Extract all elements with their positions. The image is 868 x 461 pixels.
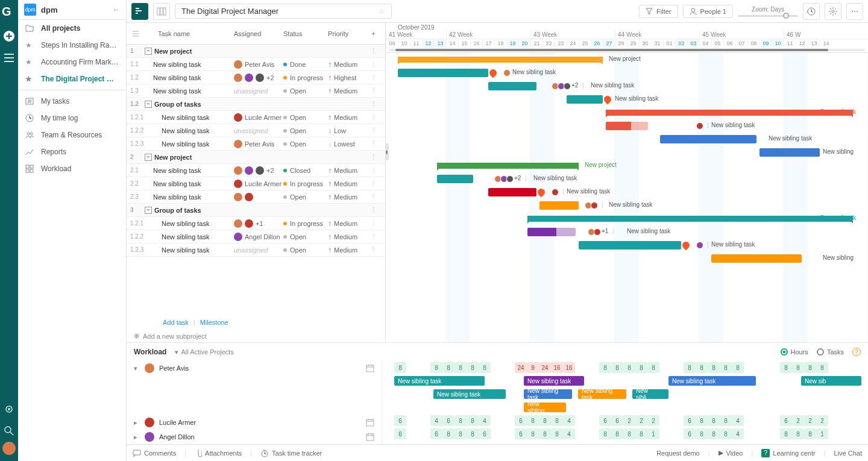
collapse-icon[interactable]: − bbox=[145, 101, 152, 108]
task-row[interactable]: 1−New project⋮ bbox=[127, 45, 385, 58]
sidebar-item-all-projects[interactable]: All projects bbox=[18, 20, 126, 37]
row-menu-icon[interactable]: ⋮ bbox=[364, 113, 382, 121]
add-subproject-link[interactable]: ⊕ Add a new subproject bbox=[127, 330, 385, 342]
notifications-icon[interactable] bbox=[2, 402, 16, 416]
user-avatar[interactable] bbox=[2, 442, 16, 455]
add-milestone-link[interactable]: Milestone bbox=[200, 319, 228, 326]
row-menu-icon[interactable]: ⋮ bbox=[364, 233, 382, 240]
task-row[interactable]: 1.2.3New sibling taskPeter AvisOpen↓Lowe… bbox=[127, 137, 385, 151]
row-menu-icon[interactable]: ⋮ bbox=[364, 100, 382, 108]
task-row[interactable]: 2.2New sibling taskLucile ArmerIn progre… bbox=[127, 177, 385, 190]
add-column-icon[interactable]: ＋ bbox=[364, 29, 382, 38]
expand-icon[interactable]: ▾ bbox=[134, 365, 140, 372]
filter-button[interactable]: Filter bbox=[639, 5, 678, 18]
row-menu-icon[interactable]: ⋮ bbox=[364, 180, 382, 187]
task-row[interactable]: 1.3New sibling taskunassignedOpen↑Medium… bbox=[127, 84, 385, 98]
people-button[interactable]: People 1 bbox=[683, 5, 733, 18]
collapse-icon[interactable]: − bbox=[145, 207, 152, 214]
task-row[interactable]: 3−Group of tasks⋮ bbox=[127, 204, 385, 217]
row-menu-icon[interactable]: ⋮ bbox=[364, 193, 382, 201]
task-row[interactable]: 1.2.2New sibling taskAngel DillonOpen↑Me… bbox=[127, 230, 385, 243]
workload-person-row[interactable]: ▾Peter Avis bbox=[127, 361, 382, 375]
calendar-icon[interactable] bbox=[366, 433, 374, 441]
menu-icon[interactable] bbox=[2, 51, 16, 65]
project-title-input[interactable]: The Digital Project Manager ☆ bbox=[175, 4, 392, 19]
task-row[interactable]: 1.2New sibling task+2In progress↑Highest… bbox=[127, 71, 385, 84]
task-row[interactable]: 1.1New sibling taskPeter AvisDone↑Medium… bbox=[127, 58, 385, 71]
workload-help-icon[interactable]: ? bbox=[852, 348, 861, 356]
gantt-bar[interactable] bbox=[567, 95, 603, 104]
sidebar-item-reports[interactable]: Reports bbox=[18, 143, 126, 160]
calendar-icon[interactable] bbox=[366, 364, 374, 372]
workload-task-bar[interactable]: New sibling task bbox=[394, 376, 485, 386]
footer-task-time[interactable]: Task time tracker bbox=[260, 449, 322, 457]
collapse-icon[interactable]: − bbox=[145, 154, 152, 161]
workload-task-bar[interactable]: New sibling task bbox=[524, 376, 584, 386]
task-row[interactable]: 2.3New sibling taskOpen↑Medium⋮ bbox=[127, 190, 385, 204]
row-menu-icon[interactable]: ⋮ bbox=[364, 153, 382, 161]
row-menu-icon[interactable]: ⋮ bbox=[364, 206, 382, 214]
gantt-bar[interactable] bbox=[398, 69, 488, 77]
gantt-group-bar[interactable] bbox=[606, 110, 853, 116]
history-button[interactable] bbox=[803, 3, 820, 20]
row-menu-icon[interactable]: ⋮ bbox=[364, 246, 382, 254]
gantt-bar[interactable] bbox=[711, 254, 802, 263]
workload-person-row[interactable]: ▸Angel Dillon bbox=[127, 430, 382, 444]
gantt-bar[interactable] bbox=[579, 241, 681, 249]
workload-task-bar[interactable]: New sibling task bbox=[524, 389, 572, 399]
timeline-scrollbar[interactable] bbox=[389, 49, 864, 51]
row-menu-icon[interactable]: ⋮ bbox=[364, 219, 382, 227]
expand-icon[interactable]: ▸ bbox=[134, 419, 140, 427]
workload-task-bar[interactable]: New sibling task bbox=[668, 376, 756, 386]
task-row[interactable]: 1.2.3New sibling taskunassignedOpen↑Medi… bbox=[127, 243, 385, 257]
settings-button[interactable] bbox=[825, 3, 841, 20]
row-menu-icon[interactable]: ⋮ bbox=[364, 74, 382, 81]
expand-all-icon[interactable] bbox=[127, 31, 145, 37]
footer-comments[interactable]: Comments bbox=[133, 450, 176, 457]
gantt-bar[interactable] bbox=[527, 228, 576, 236]
collapse-sidebar-icon[interactable]: ← bbox=[113, 5, 120, 14]
search-icon[interactable] bbox=[2, 424, 16, 438]
task-row[interactable]: 2.1New sibling task+2Closed↑Medium⋮ bbox=[127, 164, 385, 177]
view-board-button[interactable] bbox=[153, 3, 170, 20]
gantt-group-bar[interactable] bbox=[527, 216, 853, 222]
more-button[interactable]: ⋯ bbox=[846, 3, 863, 20]
favorite-star-icon[interactable]: ☆ bbox=[379, 7, 385, 16]
workload-task-bar[interactable]: New sibling task bbox=[578, 389, 626, 399]
workload-person-row[interactable]: ▸Lucile Armer bbox=[127, 415, 382, 430]
footer-video[interactable]: ▶ Video bbox=[719, 449, 743, 457]
gantt-group-bar[interactable] bbox=[437, 163, 579, 169]
row-menu-icon[interactable]: ⋮ bbox=[364, 166, 382, 174]
add-icon[interactable] bbox=[2, 29, 16, 43]
row-menu-icon[interactable]: ⋮ bbox=[364, 87, 382, 95]
gantt-bar[interactable] bbox=[606, 122, 648, 130]
footer-attachments[interactable]: Attachments bbox=[195, 449, 242, 457]
row-menu-icon[interactable]: ⋮ bbox=[364, 140, 382, 148]
task-row[interactable]: 2−New project⋮ bbox=[127, 151, 385, 164]
sidebar-item-workload[interactable]: Workload bbox=[18, 160, 126, 177]
view-gantt-button[interactable] bbox=[131, 3, 148, 20]
sidebar-item-my-tasks[interactable]: My tasks bbox=[18, 93, 126, 110]
workload-tasks-radio[interactable]: Tasks bbox=[817, 348, 844, 356]
row-menu-icon[interactable]: ⋮ bbox=[364, 47, 382, 55]
task-row[interactable]: 1.2.1New sibling taskLucile ArmerOpen↑Me… bbox=[127, 111, 385, 124]
task-row[interactable]: 1.2.1New sibling task+1In progress↑Mediu… bbox=[127, 217, 385, 230]
sidebar-item-team[interactable]: Team & Resources bbox=[18, 127, 126, 143]
gantt-bar[interactable] bbox=[437, 175, 473, 183]
row-menu-icon[interactable]: ⋮ bbox=[364, 60, 382, 68]
sidebar-project-2[interactable]: ★Accounting Firm Marketing… bbox=[18, 54, 126, 71]
gantt-bar[interactable] bbox=[488, 82, 536, 90]
collapse-icon[interactable]: − bbox=[145, 48, 152, 55]
gantt-bar[interactable] bbox=[488, 188, 536, 196]
workload-project-dropdown[interactable]: ▾ All Active Projects bbox=[175, 348, 233, 356]
expand-icon[interactable]: ▸ bbox=[134, 433, 140, 441]
sidebar-project-1[interactable]: ★Steps In Installing Rack Mo… bbox=[18, 37, 126, 54]
sidebar-item-my-time-log[interactable]: My time log bbox=[18, 110, 126, 127]
workload-task-bar[interactable]: New sib bbox=[801, 376, 861, 386]
workload-task-bar[interactable]: New sibling… bbox=[524, 403, 566, 412]
gantt-bar[interactable] bbox=[760, 148, 820, 157]
footer-learning[interactable]: ?Learning centr bbox=[761, 449, 815, 457]
row-menu-icon[interactable]: ⋮ bbox=[364, 127, 382, 134]
task-row[interactable]: 1.2.2New sibling taskunassignedOpen↓Low⋮ bbox=[127, 124, 385, 137]
task-row[interactable]: 1.2−Group of tasks⋮ bbox=[127, 98, 385, 111]
